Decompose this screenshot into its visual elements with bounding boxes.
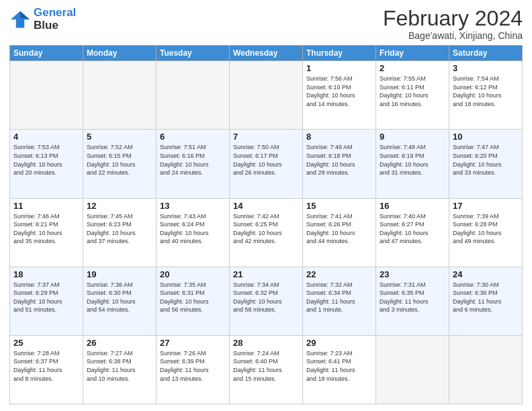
- calendar-cell: 6Sunrise: 7:51 AM Sunset: 6:16 PM Daylig…: [157, 130, 230, 198]
- day-info: Sunrise: 7:55 AM Sunset: 6:11 PM Dayligh…: [380, 75, 445, 108]
- day-info: Sunrise: 7:34 AM Sunset: 6:32 PM Dayligh…: [233, 281, 299, 314]
- calendar-cell: 27Sunrise: 7:26 AM Sunset: 6:39 PM Dayli…: [157, 335, 230, 404]
- day-number: 22: [306, 269, 372, 279]
- day-info: Sunrise: 7:35 AM Sunset: 6:31 PM Dayligh…: [160, 281, 226, 314]
- day-info: Sunrise: 7:37 AM Sunset: 6:29 PM Dayligh…: [13, 281, 79, 314]
- calendar-week-1: 1Sunrise: 7:56 AM Sunset: 6:10 PM Daylig…: [10, 61, 523, 130]
- day-number: 12: [87, 201, 152, 211]
- day-info: Sunrise: 7:46 AM Sunset: 6:21 PM Dayligh…: [13, 212, 79, 246]
- day-number: 21: [233, 269, 299, 279]
- day-info: Sunrise: 7:40 AM Sunset: 6:27 PM Dayligh…: [380, 212, 445, 246]
- calendar-cell: 5Sunrise: 7:52 AM Sunset: 6:15 PM Daylig…: [83, 130, 157, 198]
- day-info: Sunrise: 7:43 AM Sunset: 6:24 PM Dayligh…: [160, 212, 226, 246]
- day-number: 17: [453, 201, 519, 211]
- day-number: 2: [380, 63, 445, 73]
- calendar-cell: 23Sunrise: 7:31 AM Sunset: 6:35 PM Dayli…: [376, 267, 449, 335]
- calendar-header-friday: Friday: [376, 46, 449, 61]
- calendar-cell: 15Sunrise: 7:41 AM Sunset: 6:26 PM Dayli…: [303, 198, 376, 267]
- calendar-cell: [230, 61, 303, 130]
- calendar-header-row: SundayMondayTuesdayWednesdayThursdayFrid…: [10, 46, 523, 61]
- day-number: 9: [380, 132, 445, 142]
- logo-line2: Blue: [34, 19, 76, 32]
- title-block: February 2024 Bage'awati, Xinjiang, Chin…: [383, 7, 523, 41]
- day-info: Sunrise: 7:48 AM Sunset: 6:19 PM Dayligh…: [380, 143, 445, 177]
- calendar-week-3: 11Sunrise: 7:46 AM Sunset: 6:21 PM Dayli…: [10, 198, 523, 267]
- day-number: 25: [13, 338, 79, 348]
- calendar-cell: [376, 335, 449, 404]
- day-number: 7: [233, 132, 299, 142]
- logo: General Blue: [9, 7, 76, 32]
- page: General Blue February 2024 Bage'awati, X…: [0, 0, 532, 411]
- day-info: Sunrise: 7:23 AM Sunset: 6:41 PM Dayligh…: [306, 349, 372, 383]
- calendar-cell: 4Sunrise: 7:53 AM Sunset: 6:13 PM Daylig…: [10, 130, 83, 198]
- calendar-cell: 19Sunrise: 7:36 AM Sunset: 6:30 PM Dayli…: [83, 267, 157, 335]
- day-info: Sunrise: 7:28 AM Sunset: 6:37 PM Dayligh…: [13, 349, 79, 383]
- calendar-week-2: 4Sunrise: 7:53 AM Sunset: 6:13 PM Daylig…: [10, 130, 523, 198]
- day-number: 23: [380, 269, 445, 279]
- day-number: 6: [160, 132, 226, 142]
- subtitle: Bage'awati, Xinjiang, China: [383, 30, 523, 41]
- calendar-cell: 17Sunrise: 7:39 AM Sunset: 6:28 PM Dayli…: [449, 198, 523, 267]
- calendar-cell: 10Sunrise: 7:47 AM Sunset: 6:20 PM Dayli…: [449, 130, 523, 198]
- day-number: 16: [380, 201, 445, 211]
- day-info: Sunrise: 7:26 AM Sunset: 6:39 PM Dayligh…: [160, 349, 226, 383]
- calendar-cell: 7Sunrise: 7:50 AM Sunset: 6:17 PM Daylig…: [230, 130, 303, 198]
- calendar-cell: 8Sunrise: 7:49 AM Sunset: 6:18 PM Daylig…: [303, 130, 376, 198]
- calendar-header-tuesday: Tuesday: [157, 46, 230, 61]
- day-number: 15: [306, 201, 372, 211]
- calendar-header-wednesday: Wednesday: [230, 46, 303, 61]
- day-number: 4: [13, 132, 79, 142]
- calendar-cell: 28Sunrise: 7:24 AM Sunset: 6:40 PM Dayli…: [230, 335, 303, 404]
- day-number: 19: [87, 269, 152, 279]
- day-info: Sunrise: 7:50 AM Sunset: 6:17 PM Dayligh…: [233, 143, 299, 177]
- day-number: 24: [453, 269, 519, 279]
- day-number: 20: [160, 269, 226, 279]
- logo-icon: [9, 10, 31, 29]
- calendar-cell: 26Sunrise: 7:27 AM Sunset: 6:38 PM Dayli…: [83, 335, 157, 404]
- day-number: 8: [306, 132, 372, 142]
- calendar-cell: 9Sunrise: 7:48 AM Sunset: 6:19 PM Daylig…: [376, 130, 449, 198]
- calendar-cell: 13Sunrise: 7:43 AM Sunset: 6:24 PM Dayli…: [157, 198, 230, 267]
- calendar-cell: 12Sunrise: 7:45 AM Sunset: 6:23 PM Dayli…: [83, 198, 157, 267]
- calendar-cell: 16Sunrise: 7:40 AM Sunset: 6:27 PM Dayli…: [376, 198, 449, 267]
- day-info: Sunrise: 7:32 AM Sunset: 6:34 PM Dayligh…: [306, 281, 372, 314]
- calendar-cell: [10, 61, 83, 130]
- calendar-cell: 14Sunrise: 7:42 AM Sunset: 6:25 PM Dayli…: [230, 198, 303, 267]
- calendar-cell: 18Sunrise: 7:37 AM Sunset: 6:29 PM Dayli…: [10, 267, 83, 335]
- day-number: 14: [233, 201, 299, 211]
- calendar-cell: 11Sunrise: 7:46 AM Sunset: 6:21 PM Dayli…: [10, 198, 83, 267]
- day-info: Sunrise: 7:49 AM Sunset: 6:18 PM Dayligh…: [306, 143, 372, 177]
- day-info: Sunrise: 7:56 AM Sunset: 6:10 PM Dayligh…: [306, 75, 372, 108]
- calendar-header-saturday: Saturday: [449, 46, 523, 61]
- calendar-cell: 21Sunrise: 7:34 AM Sunset: 6:32 PM Dayli…: [230, 267, 303, 335]
- calendar-cell: 25Sunrise: 7:28 AM Sunset: 6:37 PM Dayli…: [10, 335, 83, 404]
- day-number: 28: [233, 338, 299, 348]
- calendar-cell: 24Sunrise: 7:30 AM Sunset: 6:36 PM Dayli…: [449, 267, 523, 335]
- calendar-cell: 2Sunrise: 7:55 AM Sunset: 6:11 PM Daylig…: [376, 61, 449, 130]
- day-number: 11: [13, 201, 79, 211]
- calendar-cell: [157, 61, 230, 130]
- logo-text: General Blue: [34, 7, 76, 32]
- day-number: 1: [306, 63, 372, 73]
- day-info: Sunrise: 7:31 AM Sunset: 6:35 PM Dayligh…: [380, 281, 445, 314]
- calendar-cell: 3Sunrise: 7:54 AM Sunset: 6:12 PM Daylig…: [449, 61, 523, 130]
- calendar-cell: 22Sunrise: 7:32 AM Sunset: 6:34 PM Dayli…: [303, 267, 376, 335]
- day-info: Sunrise: 7:42 AM Sunset: 6:25 PM Dayligh…: [233, 212, 299, 246]
- calendar-cell: [83, 61, 157, 130]
- day-number: 3: [453, 63, 519, 73]
- day-info: Sunrise: 7:45 AM Sunset: 6:23 PM Dayligh…: [87, 212, 152, 246]
- day-info: Sunrise: 7:52 AM Sunset: 6:15 PM Dayligh…: [87, 143, 152, 177]
- day-info: Sunrise: 7:39 AM Sunset: 6:28 PM Dayligh…: [453, 212, 519, 246]
- day-info: Sunrise: 7:41 AM Sunset: 6:26 PM Dayligh…: [306, 212, 372, 246]
- day-info: Sunrise: 7:27 AM Sunset: 6:38 PM Dayligh…: [87, 349, 152, 383]
- day-info: Sunrise: 7:36 AM Sunset: 6:30 PM Dayligh…: [87, 281, 152, 314]
- main-title: February 2024: [383, 7, 523, 30]
- day-number: 29: [306, 338, 372, 348]
- calendar-header-monday: Monday: [83, 46, 157, 61]
- day-info: Sunrise: 7:51 AM Sunset: 6:16 PM Dayligh…: [160, 143, 226, 177]
- calendar-header-sunday: Sunday: [10, 46, 83, 61]
- day-number: 5: [87, 132, 152, 142]
- calendar-table: SundayMondayTuesdayWednesdayThursdayFrid…: [9, 45, 523, 404]
- day-info: Sunrise: 7:47 AM Sunset: 6:20 PM Dayligh…: [453, 143, 519, 177]
- day-number: 10: [453, 132, 519, 142]
